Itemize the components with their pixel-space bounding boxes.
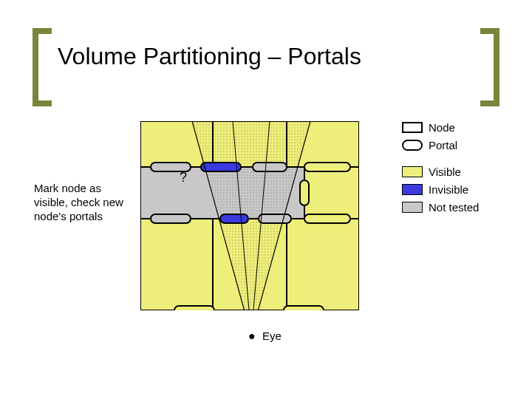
- portal-swatch-icon: [402, 140, 423, 151]
- legend-label: Node: [429, 121, 455, 134]
- svg-rect-18: [304, 214, 350, 223]
- title-bracket-right: [480, 28, 499, 106]
- legend-row-invisible: Invisible: [402, 183, 479, 196]
- legend-row-portal: Portal: [402, 139, 479, 151]
- legend-row-node: Node: [402, 121, 479, 134]
- svg-rect-20: [174, 306, 214, 310]
- eye-label: Eye: [262, 330, 282, 342]
- eye-dot-icon: ●: [248, 330, 256, 343]
- invisible-swatch-icon: [402, 184, 423, 195]
- question-mark-label: ?: [180, 170, 187, 185]
- visible-swatch-icon: [402, 166, 423, 177]
- svg-rect-6: [304, 167, 359, 219]
- legend-label: Not tested: [429, 201, 479, 214]
- legend-label: Portal: [429, 139, 457, 151]
- step-annotation: Mark node as visible, check new node's p…: [34, 182, 130, 223]
- svg-rect-12: [201, 163, 241, 171]
- not-tested-swatch-icon: [402, 202, 423, 213]
- svg-rect-9: [287, 219, 359, 310]
- slide-title: Volume Partitioning – Portals: [58, 43, 361, 70]
- svg-rect-19: [300, 180, 309, 205]
- legend-label: Invisible: [429, 183, 468, 196]
- title-bracket-left: [33, 28, 52, 106]
- svg-rect-16: [220, 214, 248, 223]
- svg-rect-17: [259, 214, 291, 223]
- portal-diagram: [140, 121, 359, 310]
- legend-row-visible: Visible: [402, 166, 479, 178]
- legend: Node Portal Visible Invisible Not tested: [402, 121, 479, 219]
- legend-label: Visible: [429, 166, 461, 178]
- svg-rect-7: [140, 219, 213, 310]
- legend-row-not-tested: Not tested: [402, 201, 479, 214]
- svg-rect-14: [304, 163, 350, 171]
- svg-rect-13: [253, 163, 287, 171]
- svg-rect-15: [151, 214, 191, 223]
- svg-rect-21: [284, 306, 324, 310]
- node-swatch-icon: [402, 122, 423, 133]
